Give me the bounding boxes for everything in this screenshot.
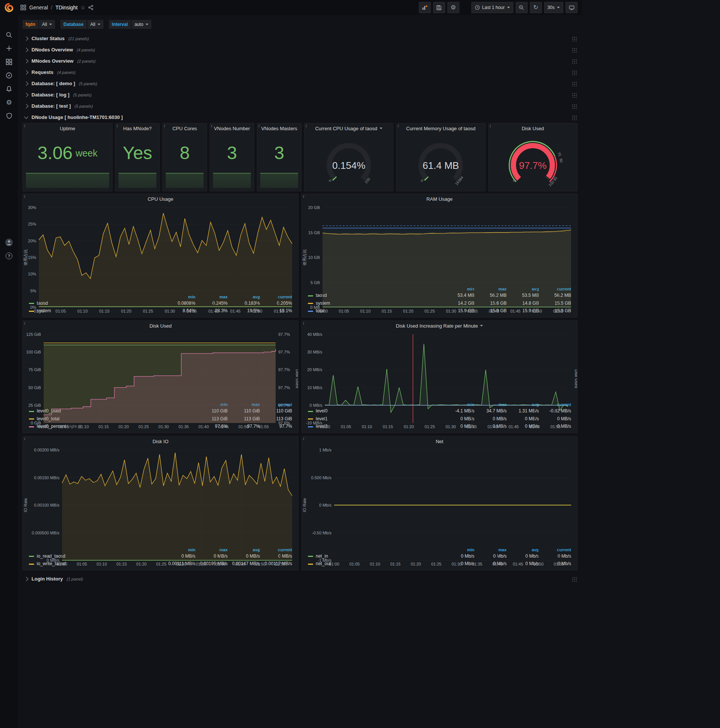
zoom-out-button[interactable] xyxy=(516,2,528,13)
ram-usage-plot[interactable]: 01:0001:0501:1001:1501:2001:2501:3001:35… xyxy=(302,204,577,286)
dashboard-settings-button[interactable]: ⚙ xyxy=(447,2,459,13)
svg-text:125 GiB: 125 GiB xyxy=(26,332,41,336)
info-icon[interactable]: i xyxy=(24,436,25,441)
panel-header[interactable]: Uptime xyxy=(23,124,112,133)
panel-header[interactable]: Disk Used Increasing Rate per Minute xyxy=(302,321,577,330)
drag-handle-icon[interactable] xyxy=(572,58,577,64)
search-icon xyxy=(6,32,12,38)
time-range-picker[interactable]: Last 1 hour xyxy=(471,2,513,13)
disk-rate-plot[interactable]: 01:0001:0501:1001:1501:2001:2501:3001:35… xyxy=(302,330,577,402)
panel-header[interactable]: CPU Cores xyxy=(163,124,207,133)
info-icon[interactable]: i xyxy=(303,194,304,199)
user-profile-button[interactable] xyxy=(5,238,14,246)
row-cluster-status[interactable]: Cluster Status (21 panels) xyxy=(23,33,578,44)
panel-header[interactable]: Current Memory Usage of taosd xyxy=(397,124,485,133)
row-database-log[interactable]: Database: [ log ] (5 panels) xyxy=(23,89,578,100)
refresh-interval-label: 30s xyxy=(548,5,555,10)
panel-header[interactable]: Disk Used xyxy=(489,124,577,133)
drag-handle-icon[interactable] xyxy=(572,104,577,109)
net-plot[interactable]: 01:0001:0501:1001:1501:2001:2501:3001:35… xyxy=(302,446,577,547)
dashboards-button[interactable] xyxy=(5,58,14,66)
row-dnodes-overview[interactable]: DNodes Overview (4 panels) xyxy=(23,44,578,55)
row-requests[interactable]: Requests (4 panels) xyxy=(23,67,578,78)
row-dnode-usage[interactable]: DNode Usage [ huolinhe-TM1701:6030 ] xyxy=(23,112,578,123)
panel-header[interactable]: VNodes Number xyxy=(210,124,254,133)
info-icon[interactable]: i xyxy=(24,321,25,325)
panel-header[interactable]: Disk IO xyxy=(23,436,298,446)
cycle-view-button[interactable] xyxy=(566,2,578,13)
server-admin-button[interactable] xyxy=(5,112,14,120)
svg-text:75 GiB: 75 GiB xyxy=(29,367,41,372)
configuration-button[interactable]: ⚙ xyxy=(5,98,14,106)
info-icon[interactable]: i xyxy=(490,124,491,128)
drag-handle-icon[interactable] xyxy=(572,92,577,98)
variable-fqdn[interactable]: fqdn All xyxy=(23,20,55,29)
breadcrumb-dashboard-title[interactable]: TDinsight xyxy=(55,5,78,11)
cpu-usage-gauge[interactable]: 0100 0.154% xyxy=(305,133,393,191)
panel-header[interactable]: Net xyxy=(302,436,577,446)
panel-header[interactable]: RAM Usage xyxy=(302,194,577,204)
drag-handle-icon[interactable] xyxy=(572,70,577,75)
svg-text:01:15: 01:15 xyxy=(99,309,110,314)
breadcrumb-folder[interactable]: General xyxy=(29,5,48,11)
panel-header[interactable]: Has MNode? xyxy=(116,124,159,133)
help-button[interactable]: ? xyxy=(5,252,14,260)
gauge-value: 61.4 MB xyxy=(397,160,485,171)
row-database-demo[interactable]: Database: [ demo ] (5 panels) xyxy=(23,78,578,89)
chevron-down-icon xyxy=(98,24,101,25)
variable-value-dropdown[interactable]: All xyxy=(87,20,104,29)
refresh-interval-picker[interactable]: 30s xyxy=(544,2,563,13)
share-icon[interactable] xyxy=(88,5,93,10)
panel-header[interactable]: CPU Usage xyxy=(23,194,298,204)
disk-io-plot[interactable]: 01:0001:0501:1001:1501:2001:2501:3001:35… xyxy=(23,446,298,547)
alerting-button[interactable] xyxy=(5,85,14,93)
row-login-history[interactable]: Login History (1 panel) xyxy=(23,574,578,584)
drag-handle-icon[interactable] xyxy=(572,47,577,52)
variable-value-dropdown[interactable]: auto xyxy=(132,20,151,29)
info-icon[interactable]: i xyxy=(303,436,304,441)
chevron-down-icon xyxy=(557,7,560,8)
grafana-logo[interactable] xyxy=(0,0,18,15)
drag-handle-icon[interactable] xyxy=(572,577,577,582)
star-dashboard-icon[interactable]: ☆ xyxy=(81,5,85,11)
disk-used-gauge[interactable]: 0758095100 97.7% xyxy=(489,133,577,191)
info-icon[interactable]: i xyxy=(24,124,25,128)
variable-interval[interactable]: Interval auto xyxy=(109,20,151,29)
drag-handle-icon[interactable] xyxy=(572,36,577,41)
drag-handle-icon[interactable] xyxy=(572,81,577,86)
refresh-button[interactable]: ↻ xyxy=(530,2,542,13)
memory-usage-gauge[interactable]: 016384 61.4 MB xyxy=(397,133,485,191)
gear-icon: ⚙ xyxy=(6,99,12,106)
svg-text:01:25: 01:25 xyxy=(138,424,149,429)
row-mnodes-overview[interactable]: MNodes Overview (2 panels) xyxy=(23,55,578,66)
shield-icon xyxy=(6,113,12,119)
drag-handle-icon[interactable] xyxy=(572,115,577,120)
search-button[interactable] xyxy=(5,31,14,39)
explore-button[interactable] xyxy=(5,71,14,79)
svg-text:01:15: 01:15 xyxy=(116,562,127,566)
save-dashboard-button[interactable] xyxy=(433,2,445,13)
info-icon[interactable]: i xyxy=(211,124,212,128)
svg-text:50 GiB: 50 GiB xyxy=(29,385,41,390)
panel-header[interactable]: VNodes Masters xyxy=(257,124,301,133)
row-database-test[interactable]: Database: [ test ] (5 panels) xyxy=(23,101,578,112)
info-icon[interactable]: i xyxy=(258,124,259,128)
panel-header[interactable]: Disk Used xyxy=(23,321,298,330)
variable-database[interactable]: Database All xyxy=(60,20,104,29)
add-panel-button[interactable] xyxy=(419,2,431,13)
info-icon[interactable]: i xyxy=(306,124,307,128)
variable-value-dropdown[interactable]: All xyxy=(39,20,55,29)
gauge-value: 0.154% xyxy=(305,160,393,171)
chevron-right-icon xyxy=(24,577,28,581)
cpu-usage-plot[interactable]: 01:0001:0501:1001:1501:2001:2501:3001:35… xyxy=(23,204,298,294)
info-icon[interactable]: i xyxy=(117,124,118,128)
info-icon[interactable]: i xyxy=(24,194,25,199)
refresh-icon: ↻ xyxy=(533,5,538,11)
panel-header[interactable]: Current CPU Usage of taosd xyxy=(305,124,393,133)
info-icon[interactable]: i xyxy=(164,124,165,128)
info-icon[interactable]: i xyxy=(303,321,304,325)
create-button[interactable] xyxy=(5,44,14,52)
info-icon[interactable]: i xyxy=(398,124,399,128)
disk-used-plot[interactable]: 01:0001:0501:1001:1501:2001:2501:3001:35… xyxy=(23,330,298,402)
bell-icon xyxy=(6,86,12,92)
